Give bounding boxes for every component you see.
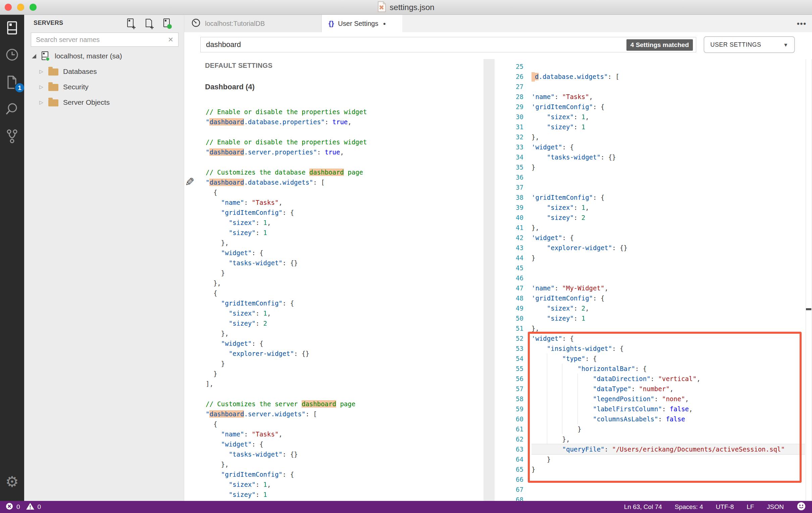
line-number[interactable]: 54	[495, 353, 523, 363]
code-line[interactable]: "tasks-widget": {}	[206, 449, 367, 459]
line-number[interactable]: 42	[495, 233, 523, 243]
line-number[interactable]: 52	[495, 333, 523, 344]
warnings-icon[interactable]	[26, 502, 34, 512]
line-number[interactable]: 59	[495, 404, 523, 414]
code-line[interactable]: 65}	[495, 464, 812, 475]
edit-setting-pencil-icon[interactable]: ✎	[185, 175, 195, 189]
status-cursor-position[interactable]: Ln 63, Col 74	[624, 503, 662, 511]
code-line[interactable]: 58 "legendPosition": "none",	[495, 394, 812, 404]
code-line[interactable]: {	[206, 288, 367, 298]
settings-scope-dropdown[interactable]: USER SETTINGS ▼	[704, 36, 795, 53]
code-line[interactable]: "gridItemConfig": {	[206, 298, 367, 308]
line-number[interactable]: 53	[495, 344, 523, 353]
code-line[interactable]: 60 "columnsAsLabels": false	[495, 414, 812, 424]
tree-item-server-objects[interactable]: ▷Server Objects	[24, 95, 184, 110]
code-line[interactable]: 37	[495, 182, 812, 192]
feedback-smiley-icon[interactable]	[796, 502, 806, 513]
tab-localhost-tutorialdb[interactable]: localhost:TutorialDB	[184, 15, 322, 32]
code-line[interactable]: "sizex": 1,	[206, 480, 367, 489]
code-line[interactable]: "widget": {	[206, 439, 367, 449]
tree-item-databases[interactable]: ▷Databases	[24, 64, 184, 79]
line-number[interactable]: 29	[495, 102, 523, 112]
code-line[interactable]: 50 "sizey": 1	[495, 313, 812, 323]
code-line[interactable]: 36	[495, 172, 812, 182]
line-number[interactable]: 50	[495, 313, 523, 323]
new-server-group-icon[interactable]	[143, 18, 154, 29]
line-number[interactable]: 67	[495, 484, 523, 494]
code-line[interactable]: {	[206, 419, 367, 429]
line-number[interactable]: 66	[495, 475, 523, 484]
line-number[interactable]: 46	[495, 273, 523, 283]
code-line[interactable]: },	[206, 278, 367, 288]
status-encoding[interactable]: UTF-8	[716, 503, 734, 511]
status-indentation[interactable]: Spaces: 4	[675, 503, 703, 511]
task-history-icon[interactable]	[4, 47, 20, 62]
line-number[interactable]: 41	[495, 223, 523, 233]
line-number[interactable]: 65	[495, 464, 523, 475]
line-number[interactable]: 47	[495, 283, 523, 293]
line-number[interactable]: 57	[495, 384, 523, 394]
code-line[interactable]: }	[206, 369, 367, 379]
code-line[interactable]: 52'widget": {	[495, 333, 812, 344]
unsaved-dot-icon[interactable]: ●	[383, 21, 385, 26]
warnings-count[interactable]: 0	[37, 503, 41, 511]
code-line[interactable]: 31 "sizey": 1	[495, 122, 812, 132]
code-line[interactable]: 28'name": "Tasks",	[495, 92, 812, 102]
overview-ruler[interactable]	[806, 59, 806, 501]
code-line[interactable]: {	[206, 187, 367, 197]
code-line[interactable]	[206, 389, 367, 399]
line-number[interactable]: 61	[495, 424, 523, 434]
code-line[interactable]: "gridItemConfig": {	[206, 469, 367, 480]
code-line[interactable]: 55 "horizontalBar": {	[495, 363, 812, 374]
code-line[interactable]: // Customizes the database dashboard pag…	[206, 167, 367, 177]
code-line[interactable]: "widget": {	[206, 339, 367, 349]
code-line[interactable]: 56 "dataDirection": "vertical",	[495, 374, 812, 384]
more-actions-icon[interactable]: •••	[797, 20, 807, 28]
line-number[interactable]: 45	[495, 263, 523, 273]
code-line[interactable]: 57 "dataType": "number",	[495, 384, 812, 394]
code-line[interactable]: "sizey": 2	[206, 318, 367, 328]
code-line[interactable]: 33'widget": {	[495, 142, 812, 152]
code-line[interactable]: 51},	[495, 323, 812, 333]
code-line[interactable]: }	[206, 358, 367, 369]
code-line[interactable]: 54 "type": {	[495, 353, 812, 363]
code-line[interactable]: ],	[206, 379, 367, 389]
code-line[interactable]: },	[206, 459, 367, 469]
code-line[interactable]: "dashboard.server.properties": true,	[206, 147, 367, 157]
split-sash[interactable]	[484, 59, 495, 501]
dashboard-group-header[interactable]: Dashboard (4)	[202, 83, 255, 91]
line-number[interactable]: 56	[495, 374, 523, 384]
code-line[interactable]: 40 "sizey": 2	[495, 213, 812, 223]
code-line[interactable]: // Customizes the server dashboard page	[206, 399, 367, 409]
code-line[interactable]: 44}	[495, 253, 812, 263]
code-line[interactable]: 61 }	[495, 424, 812, 434]
line-number[interactable]: 68	[495, 494, 523, 501]
code-line[interactable]: "dashboard.database.properties": true,	[206, 117, 367, 127]
code-line[interactable]: 35}	[495, 162, 812, 172]
code-line[interactable]: // Enable or disable the properties widg…	[206, 107, 367, 117]
active-connections-icon[interactable]	[161, 18, 172, 29]
line-number[interactable]: 34	[495, 152, 523, 162]
line-number[interactable]: 58	[495, 394, 523, 404]
expand-icon[interactable]: ▷	[36, 84, 46, 90]
line-number[interactable]: 31	[495, 122, 523, 132]
code-line[interactable]: 39 "sizex": 1,	[495, 202, 812, 213]
line-number[interactable]: 62	[495, 434, 523, 444]
code-line[interactable]: 41},	[495, 223, 812, 233]
code-line[interactable]: 25	[495, 61, 812, 72]
code-line[interactable]: "sizey": 1	[206, 227, 367, 238]
code-line[interactable]: "sizey": 1	[206, 489, 367, 500]
errors-count[interactable]: 0	[17, 503, 20, 511]
expand-icon[interactable]: ▷	[36, 99, 46, 105]
code-line[interactable]: 29'gridItemConfig": {	[495, 102, 812, 112]
settings-gear-icon[interactable]: ⚙	[0, 471, 24, 491]
status-language-mode[interactable]: JSON	[767, 503, 784, 511]
line-number[interactable]: 25	[495, 61, 523, 72]
code-line[interactable]: 48'gridItemConfig": {	[495, 293, 812, 303]
code-line[interactable]: 26d.database.widgets": [	[495, 72, 812, 82]
code-line[interactable]	[206, 157, 367, 167]
line-number[interactable]: 55	[495, 363, 523, 374]
server-search-input[interactable]: Search server names ✕	[31, 32, 178, 47]
line-number[interactable]: 30	[495, 112, 523, 122]
code-line[interactable]: 38'gridItemConfig": {	[495, 192, 812, 202]
